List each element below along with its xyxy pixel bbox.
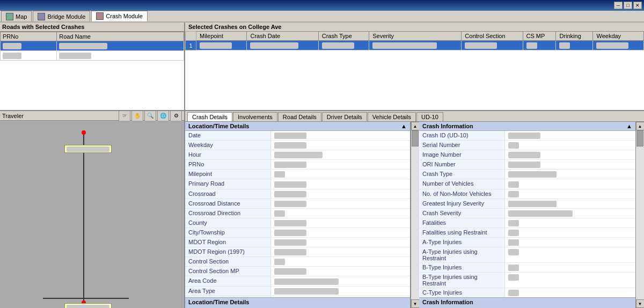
location-field-label: Control Section (185, 257, 271, 266)
tab-ud10[interactable]: UD-10 (416, 112, 443, 121)
roads-panel-title: Roads with Selected Crashes (2, 24, 84, 30)
scroll-down-btn[interactable]: ▼ (411, 299, 420, 308)
scroll-thumb[interactable] (412, 130, 419, 146)
crashes-col-csmp[interactable]: CS MP (523, 32, 556, 41)
location-field-value (271, 228, 410, 237)
tab-bridge-label: Bridge Module (47, 13, 85, 20)
minimize-button[interactable]: ─ (614, 2, 623, 9)
traveler-panel: Traveler ☞ ✋ 🔍 🌐 ⚙ (0, 111, 185, 308)
pointer-tool[interactable]: ☞ (119, 111, 130, 121)
tab-crash-details[interactable]: Crash Details (187, 112, 232, 121)
traveler-toolbar[interactable]: ☞ ✋ 🔍 🌐 ⚙ (119, 111, 182, 121)
table-row[interactable]: 1 (186, 41, 644, 50)
tab-involvements[interactable]: Involvements (233, 112, 277, 121)
crashes-col-severity[interactable]: Severity (369, 32, 462, 41)
roads-col-prno[interactable]: PRNo (1, 32, 57, 41)
tab-vehicle-details-label: Vehicle Details (372, 114, 411, 120)
close-button[interactable]: ✕ (633, 2, 642, 9)
location-field-row: Date (185, 131, 410, 141)
crash-info-collapse[interactable]: ▲ (626, 123, 632, 129)
crash-info-field-value (505, 288, 635, 297)
location-field-label: Primary Road (185, 179, 271, 188)
location-field-value (271, 199, 410, 208)
location-field-value (271, 131, 410, 140)
crash-scroll-thumb[interactable] (636, 130, 643, 146)
crash-csmp (523, 41, 556, 50)
crashes-table-wrap[interactable]: Milepoint Crash Date Crash Type Severity… (185, 31, 644, 110)
tab-crash-label: Crash Module (106, 13, 142, 19)
tab-map[interactable]: Map (1, 11, 32, 21)
crash-row-num: 1 (186, 41, 196, 50)
crash-drinking (556, 41, 593, 50)
roads-panel-header: Roads with Selected Crashes (0, 23, 184, 32)
location-field-label: Crossroad Direction (185, 209, 271, 218)
crashes-col-control-section[interactable]: Control Section (462, 32, 523, 41)
crash-info-field-row: A-Type Injuries (419, 238, 635, 247)
crash-info-field-value (505, 238, 635, 247)
location-field-row: Area Code (185, 276, 410, 286)
location-field-label: Milepoint (185, 170, 271, 179)
settings-tool[interactable]: ⚙ (170, 111, 182, 121)
crash-info-field-value (505, 170, 635, 179)
table-row[interactable] (1, 51, 184, 61)
location-field-value (271, 141, 410, 150)
crash-info-scroll[interactable]: Crash ID (UD-10)Serial NumberImage Numbe… (419, 131, 635, 297)
maximize-button[interactable]: □ (624, 2, 632, 9)
crashes-panel-title: Selected Crashes on College Ave (185, 23, 644, 31)
tab-road-details[interactable]: Road Details (278, 112, 321, 121)
location-field-label: Date (185, 131, 271, 140)
crashes-col-milepoint[interactable]: Milepoint (196, 32, 247, 41)
crash-type (318, 41, 369, 50)
tab-driver-details[interactable]: Driver Details (322, 112, 367, 121)
location-field-value (271, 189, 410, 199)
location-field-label: Area Code (185, 276, 271, 285)
crashes-col-type[interactable]: Crash Type (318, 32, 369, 41)
location-field-label: PRNo (185, 160, 271, 169)
location-time-scroll[interactable]: DateWeekdayHourPRNoMilepointPrimary Road… (185, 131, 410, 297)
location-time-footer: Location/Time Details (185, 297, 410, 308)
crash-info-scrollbar[interactable]: ▲ ▼ (635, 122, 644, 308)
title-bar: ─ □ ✕ (0, 0, 644, 11)
details-tab-bar: Crash Details Involvements Road Details … (185, 111, 644, 122)
map-label-end (64, 303, 112, 308)
crash-scroll-track[interactable] (636, 130, 644, 299)
roads-col-name[interactable]: Road Name (57, 32, 184, 41)
globe-tool[interactable]: 🌐 (157, 111, 169, 121)
crash-info-field-value (505, 263, 635, 272)
tab-bridge[interactable]: Bridge Module (33, 11, 90, 21)
crashes-col-num (186, 32, 196, 41)
window-controls[interactable]: ─ □ ✕ (614, 2, 642, 9)
roads-table[interactable]: PRNo Road Name (0, 32, 184, 110)
crash-weekday (593, 41, 644, 50)
location-time-collapse[interactable]: ▲ (401, 123, 407, 129)
scroll-track[interactable] (411, 130, 419, 299)
hand-tool[interactable]: ✋ (131, 111, 143, 121)
crash-info-field-value (505, 273, 635, 288)
road-prno (1, 41, 57, 51)
zoom-tool[interactable]: 🔍 (144, 111, 156, 121)
top-section: Roads with Selected Crashes PRNo Road Na… (0, 23, 644, 111)
crash-scroll-up-btn[interactable]: ▲ (636, 122, 645, 130)
crashes-panel: Selected Crashes on College Ave Milepoin… (185, 23, 644, 110)
scroll-up-btn[interactable]: ▲ (411, 122, 420, 130)
tab-vehicle-details[interactable]: Vehicle Details (368, 112, 416, 121)
tab-driver-details-label: Driver Details (327, 114, 362, 120)
crash-severity (369, 41, 462, 50)
location-scrollbar[interactable]: ▲ ▼ (411, 122, 419, 308)
crashes-col-drinking[interactable]: Drinking (556, 32, 593, 41)
tab-crash[interactable]: Crash Module (91, 11, 147, 21)
location-field-label: Area Type (185, 287, 271, 296)
crashes-col-date[interactable]: Crash Date (247, 32, 318, 41)
crashes-col-weekday[interactable]: Weekday (593, 32, 644, 41)
location-field-value (271, 209, 410, 218)
location-field-label: Control Section MP (185, 267, 271, 276)
map-icon (6, 13, 13, 20)
location-field-row: Hour (185, 150, 410, 160)
crash-scroll-down-btn[interactable]: ▼ (636, 299, 645, 308)
location-field-row: MDOT Region (1997) (185, 247, 410, 257)
location-field-row: County (185, 218, 410, 228)
crash-info-field-value (505, 131, 635, 140)
location-field-label: Weekday (185, 141, 271, 150)
table-row[interactable] (1, 41, 184, 51)
crash-icon (96, 12, 104, 20)
